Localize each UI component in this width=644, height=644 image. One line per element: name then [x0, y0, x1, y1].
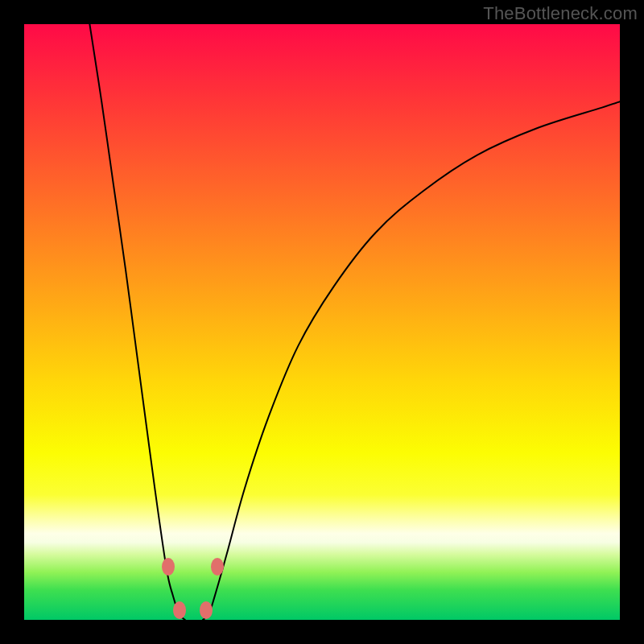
curve-marker-3 [200, 601, 213, 619]
curve-left-branch [89, 24, 184, 620]
curve-marker-1 [211, 558, 224, 576]
watermark: TheBottleneck.com [483, 3, 638, 24]
curve-right-branch [203, 101, 620, 620]
curve-marker-0 [162, 558, 175, 576]
curve-layer [24, 24, 620, 620]
plot-area [24, 24, 620, 620]
curve-marker-2 [173, 601, 186, 619]
